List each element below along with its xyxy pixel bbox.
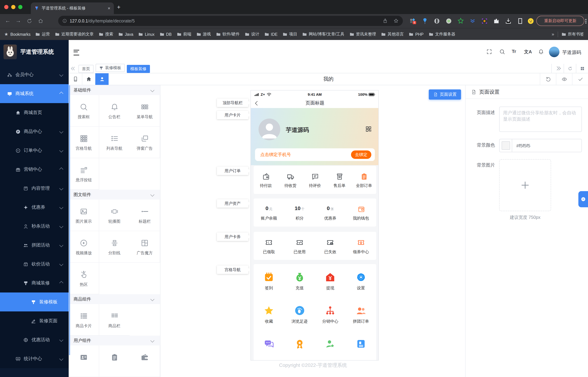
- sidebar-item[interactable]: 内容管理: [0, 179, 69, 198]
- bookmark-folder[interactable]: 前端: [177, 32, 191, 37]
- extension-icon[interactable]: [446, 18, 452, 24]
- grid-nav-item[interactable]: [284, 336, 315, 361]
- extension-icon[interactable]: [422, 18, 428, 24]
- bookmark-folder[interactable]: 资讯未整理: [350, 32, 376, 37]
- section-label-usercard[interactable]: 用户卡片: [217, 111, 248, 119]
- sidebar-item[interactable]: 商城装修: [0, 273, 69, 293]
- bookmark-folder[interactable]: 近期需要读的文章: [55, 32, 94, 37]
- close-window-button[interactable]: [4, 5, 8, 9]
- image-upload-box[interactable]: [499, 159, 551, 211]
- all-bookmarks[interactable]: 所有书签: [562, 32, 584, 37]
- component-section-header[interactable]: 用户组件: [69, 336, 160, 345]
- translate-icon[interactable]: 文A: [524, 49, 532, 55]
- bg-color-input[interactable]: [512, 139, 581, 152]
- sidebar-item[interactable]: P 商品中心: [0, 122, 69, 141]
- bind-phone-button[interactable]: 去绑定: [351, 151, 371, 159]
- user-assets-widget[interactable]: 0元 账户余额 10个 积分 0张 优惠券 我的钱包: [254, 199, 376, 226]
- sidebar-item[interactable]: 优惠活动: [0, 330, 69, 349]
- extension-icon[interactable]: [457, 18, 464, 24]
- grid-nav-item[interactable]: 拼团订单: [345, 302, 376, 336]
- section-label-assets[interactable]: 用户资产: [217, 199, 248, 208]
- component-item[interactable]: 轮播图: [99, 200, 130, 231]
- bookmark-folder[interactable]: 文件服务器: [429, 32, 455, 37]
- sidebar-item[interactable]: 商城系统: [0, 84, 69, 103]
- sidebar-item[interactable]: 装修页面: [0, 311, 69, 330]
- back-icon[interactable]: ←: [5, 18, 11, 24]
- page-tab[interactable]: 首页: [78, 65, 94, 73]
- extension-icon[interactable]: [434, 18, 440, 24]
- section-label-topnav[interactable]: 顶部导航栏: [217, 99, 248, 107]
- component-item[interactable]: [99, 345, 130, 377]
- asset-item[interactable]: 0元 账户余额: [254, 205, 284, 220]
- grid-nav-item[interactable]: 浏览足迹: [284, 302, 315, 336]
- sidebar-item[interactable]: 优惠券: [0, 198, 69, 217]
- component-item[interactable]: 商品卡片: [69, 304, 99, 336]
- extensions-puzzle-icon[interactable]: [493, 18, 499, 24]
- share-icon[interactable]: [383, 18, 388, 24]
- component-item[interactable]: 广告魔方: [130, 231, 160, 263]
- bookmark-folder[interactable]: DB: [160, 32, 172, 37]
- asset-item[interactable]: 我的钱包: [345, 205, 376, 220]
- phone-nav-bar[interactable]: 页面标题: [251, 98, 379, 108]
- reload-icon[interactable]: [27, 18, 32, 24]
- component-item[interactable]: 弹窗广告: [130, 127, 160, 158]
- user-orders-widget[interactable]: 待付款 待收货 待评价 售后单 全部订单: [254, 166, 376, 194]
- bind-phone-bar[interactable]: 点击绑定手机号 去绑定: [255, 148, 375, 161]
- site-info-icon[interactable]: [62, 19, 67, 23]
- sidebar-item[interactable]: 会员中心: [0, 65, 69, 84]
- sidebar-item[interactable]: e 订单中心: [0, 141, 69, 160]
- settings-gear-fab[interactable]: [578, 191, 588, 207]
- sidebar-item[interactable]: 营销中心: [0, 160, 69, 179]
- component-item[interactable]: 列表导航: [99, 127, 130, 158]
- bookmark-folder[interactable]: Java: [118, 32, 133, 37]
- component-item[interactable]: [130, 345, 160, 377]
- grid-nav-item[interactable]: [315, 336, 345, 361]
- grid-nav-item[interactable]: 充值: [284, 269, 315, 302]
- sidebar-item[interactable]: 装修模板: [0, 293, 69, 311]
- section-label-grid[interactable]: 宫格导航: [217, 265, 248, 274]
- forward-icon[interactable]: →: [15, 18, 21, 24]
- refresh-page-icon[interactable]: [564, 64, 576, 73]
- user-card-widget[interactable]: 芋道源码 点击绑定手机号 去绑定: [251, 108, 379, 165]
- sidebar-item[interactable]: 统计中心: [0, 349, 69, 368]
- extension-icon[interactable]: [517, 18, 523, 24]
- profile-avatar-icon[interactable]: [528, 18, 534, 24]
- user-coupons-widget[interactable]: L 已领取 已使用 已失效 领券中心: [254, 232, 376, 260]
- grid-nav-item[interactable]: 提现: [315, 269, 345, 302]
- minimize-window-button[interactable]: [11, 5, 15, 9]
- component-item[interactable]: 标题栏: [130, 200, 160, 231]
- tabs-scroll-left-icon[interactable]: [72, 67, 76, 70]
- home-icon[interactable]: [38, 18, 44, 24]
- coupon-item[interactable]: 已失效: [315, 238, 345, 254]
- asset-item[interactable]: 10个 积分: [284, 205, 315, 220]
- close-tab-icon[interactable]: ×: [108, 6, 110, 11]
- color-swatch[interactable]: [499, 139, 512, 152]
- new-tab-button[interactable]: +: [117, 4, 121, 10]
- device-phone-button[interactable]: [69, 73, 82, 85]
- user-page-button[interactable]: [95, 73, 109, 85]
- bookmark-folder[interactable]: 软件/硬件: [216, 32, 240, 37]
- extension-icon[interactable]: 6: [410, 18, 416, 24]
- coupon-item[interactable]: 领券中心: [345, 238, 376, 254]
- collapse-sidebar-icon[interactable]: [74, 50, 79, 55]
- grid-nav-item[interactable]: [345, 336, 376, 361]
- home-page-button[interactable]: [82, 73, 96, 85]
- qr-code-icon[interactable]: [365, 126, 372, 133]
- order-item[interactable]: 全部订单: [352, 172, 376, 188]
- phone-preview[interactable]: Z+ 9:41 AM 100% 页面标题 芋道源码 点击绑定手机号 去绑定: [250, 90, 379, 361]
- section-label-orders[interactable]: 用户订单: [217, 166, 248, 175]
- sidebar-item[interactable]: 砍价活动: [0, 255, 69, 273]
- page-tab[interactable]: 模板装修: [127, 65, 150, 73]
- grid-nav-item[interactable]: 收藏: [254, 302, 284, 336]
- bookmarks-bar-label[interactable]: Bookmarks: [10, 32, 31, 36]
- save-check-icon[interactable]: [572, 73, 588, 85]
- component-item[interactable]: 图片展示: [69, 200, 99, 231]
- reset-icon[interactable]: [540, 73, 556, 85]
- order-item[interactable]: 售后单: [327, 172, 352, 188]
- component-item[interactable]: 视频播放: [69, 231, 99, 263]
- bookmark-folder[interactable]: 运营: [35, 32, 50, 37]
- page-settings-button[interactable]: 页面设置: [429, 89, 461, 100]
- bookmark-folder[interactable]: 网站/博客/文章/工具: [302, 32, 344, 37]
- component-item[interactable]: 菜单导航: [130, 95, 160, 127]
- browser-update-button[interactable]: 重新启动即可更新: [536, 16, 584, 26]
